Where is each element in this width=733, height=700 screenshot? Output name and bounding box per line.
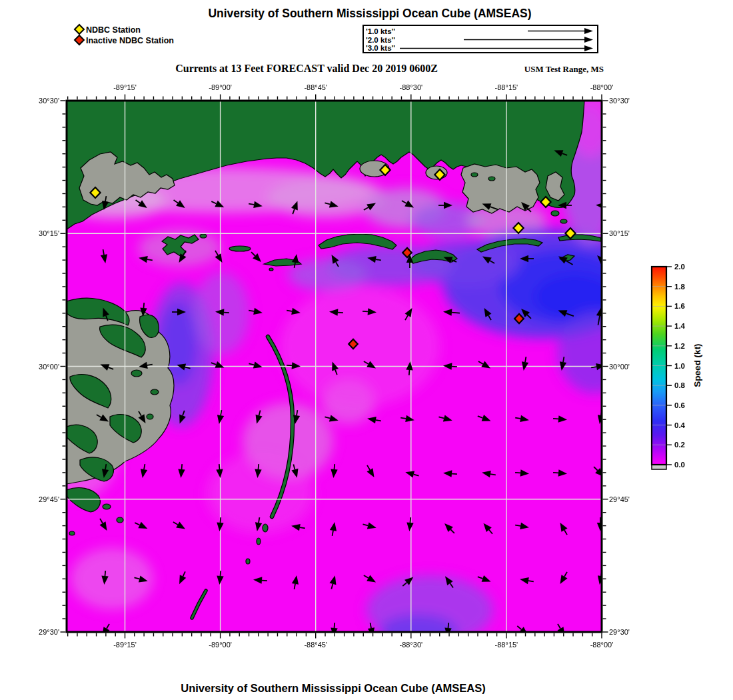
current-arrow-tail — [262, 581, 267, 581]
lon-tick-label-top: -88°45' — [304, 83, 327, 91]
colorbar-tick-label: 1.0 — [674, 362, 685, 370]
current-arrow-tail — [221, 517, 221, 523]
colorbar-tick-label: 1.8 — [674, 283, 686, 291]
colorbar-axis-label: Speed (kt) — [692, 343, 702, 387]
current-arrow-tail — [452, 313, 460, 313]
lat-tick-label-right: 29°45' — [609, 495, 630, 503]
plot-canvas: University of Southern Mississippi Ocean… — [0, 0, 733, 700]
scale-3kt-label: '3.0 kts'' — [366, 44, 395, 52]
lat-tick-label-left: 30°00' — [39, 363, 59, 371]
current-arrow-tail — [335, 623, 335, 628]
colorbar-tick-label: 1.6 — [674, 302, 685, 310]
colorbar-tick-label: 1.4 — [674, 322, 686, 330]
colorbar: 2.01.81.61.41.21.00.80.60.40.20.0 Speed … — [652, 263, 702, 469]
current-arrow-tail — [448, 623, 449, 628]
current-arrow-tail — [515, 473, 520, 473]
current-arrow-tail — [219, 464, 220, 469]
map-area — [40, 83, 643, 649]
lat-tick-label-right: 30°15' — [609, 229, 630, 237]
region-label: USM Test Range, MS — [524, 64, 604, 74]
ndbc-station-legend-icon — [75, 25, 84, 34]
scale-1kt-label: '1.0 kts'' — [366, 27, 395, 35]
current-arrow-tail — [603, 261, 609, 267]
lon-tick-label-top: -88°00' — [590, 83, 614, 91]
footer-title: University of Southern Mississippi Ocean… — [181, 682, 486, 694]
ndbc-station-legend-label: NDBC Station — [86, 25, 141, 35]
legend: NDBC Station Inactive NDBC Station — [75, 25, 174, 45]
colorbar-tick-label: 0.4 — [674, 421, 686, 429]
lat-tick-label-left: 30°15' — [39, 229, 59, 237]
lat-tick-label-left: 30°30' — [39, 97, 59, 105]
lon-tick-label-bottom: -89°15' — [113, 641, 137, 649]
forecast-subtitle: Currents at 13 Feet FORECAST valid Dec 2… — [175, 63, 438, 74]
colorbar-tick-label: 0.0 — [674, 461, 685, 469]
current-arrow-tail — [452, 367, 457, 367]
lon-tick-label-top: -88°30' — [399, 83, 422, 91]
lat-tick-label-left: 29°30' — [39, 628, 59, 636]
lon-tick-label-bottom: -88°30' — [399, 641, 422, 649]
lon-tick-label-bottom: -88°45' — [304, 641, 327, 649]
current-arrow-tail — [553, 473, 558, 473]
colorbar-tick-label: 1.2 — [674, 342, 685, 350]
ocean-currents-forecast-map: University of Southern Mississippi Ocean… — [0, 0, 733, 700]
inactive-ndbc-station-legend-label: Inactive NDBC Station — [86, 36, 174, 45]
lon-tick-label-top: -89°00' — [209, 83, 232, 91]
lat-tick-label-right: 30°30' — [609, 97, 630, 105]
colorbar-tick-label: 0.8 — [674, 381, 686, 389]
page-title: University of Southern Mississippi Ocean… — [208, 7, 531, 20]
current-arrow-tail — [182, 464, 183, 469]
current-arrow-tail — [604, 206, 610, 207]
vector-scale-box: '1.0 kts'' '2.0 kts'' '3.0 kts'' — [363, 25, 598, 53]
lon-tick-label-bottom: -88°00' — [590, 641, 614, 649]
current-arrow-tail — [224, 313, 229, 313]
lon-tick-label-top: -89°15' — [113, 83, 137, 91]
current-arrow-tail — [287, 365, 292, 366]
lon-tick-label-bottom: -89°00' — [209, 641, 232, 649]
current-arrow-tail — [221, 571, 221, 576]
scale-2kt-label: '2.0 kts'' — [366, 36, 395, 44]
current-arrow-tail — [363, 311, 368, 312]
lon-tick-label-top: -88°15' — [495, 83, 518, 91]
current-arrow-tail — [452, 474, 457, 475]
inactive-ndbc-station-legend-icon — [75, 35, 84, 45]
current-arrow-tail — [409, 370, 410, 375]
colorbar-tick-label: 0.2 — [674, 441, 685, 449]
lat-tick-label-left: 29°45' — [39, 495, 59, 503]
lat-tick-label-right: 30°00' — [609, 363, 630, 371]
current-arrow-tail — [410, 517, 411, 523]
lat-tick-label-right: 29°30' — [609, 628, 630, 636]
current-arrow-tail — [335, 464, 335, 469]
current-arrow-tail — [553, 419, 558, 419]
current-arrow-tail — [338, 313, 343, 313]
current-arrow-tail — [144, 303, 145, 308]
current-arrow-tail — [105, 571, 106, 576]
colorbar-tick-label: 0.6 — [674, 401, 685, 409]
current-arrow-tail — [259, 464, 259, 469]
lon-tick-label-bottom: -88°15' — [495, 641, 518, 649]
colorbar-tick-label: 2.0 — [674, 263, 685, 271]
